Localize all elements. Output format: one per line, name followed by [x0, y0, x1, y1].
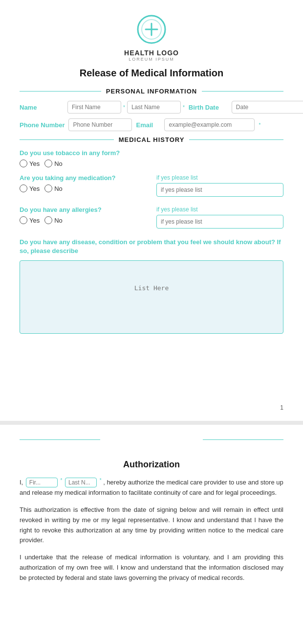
q1-no-label: No — [54, 160, 63, 167]
auth-prefix: I, — [20, 479, 25, 486]
page-1: HEALTH LOGO LOREUM IPSUM Release of Medi… — [0, 0, 303, 421]
name-label: Name — [20, 104, 64, 111]
q3-right: if yes please list — [156, 206, 283, 229]
q3-left: Do you have any allergies? Yes No — [20, 206, 147, 231]
divider-line-right — [202, 91, 283, 92]
phone-label: Phone Number — [20, 121, 65, 129]
q4-label: Do you have any disease, condition or pr… — [20, 238, 283, 255]
logo-subtext: LOREUM IPSUM — [20, 57, 283, 62]
birth-date-label: Birth Date — [189, 104, 228, 111]
q2-radio-row: Yes No — [20, 184, 147, 192]
q3-no-radio[interactable] — [44, 216, 52, 224]
medical-divider-line-right — [189, 139, 283, 140]
auth-text1-content: , hereby authorize the medical care prov… — [20, 479, 283, 496]
q4-textarea[interactable] — [20, 260, 283, 334]
q3-radio-row: Yes No — [20, 216, 147, 224]
divider-line-left — [20, 91, 101, 92]
q2-no-label: No — [54, 185, 63, 192]
logo-area: HEALTH LOGO LOREUM IPSUM — [20, 15, 283, 62]
q1-label: Do you use tobacco in any form? — [20, 149, 283, 157]
auth-last-name-input[interactable] — [65, 478, 97, 487]
q2-if-yes-label: if yes please list — [156, 174, 283, 181]
q3-yes-radio[interactable] — [20, 216, 27, 224]
medical-section-divider: MEDICAL HISTORY — [20, 136, 283, 143]
q3-no-option[interactable]: No — [44, 216, 63, 224]
medical-section-title: MEDICAL HISTORY — [119, 136, 185, 143]
q2-list-input[interactable] — [156, 183, 283, 197]
q3-no-label: No — [54, 217, 63, 224]
authorization-text2: This authorization is effective from the… — [20, 505, 283, 546]
q1-no-option[interactable]: No — [44, 160, 63, 167]
email-required: * — [259, 122, 260, 128]
q2-right: if yes please list — [156, 174, 283, 197]
q2-row: Are you taking any medication? Yes No if… — [20, 174, 283, 199]
page-2: Authorization I, * * , hereby authorize … — [0, 425, 303, 644]
q3-row: Do you have any allergies? Yes No if yes… — [20, 206, 283, 231]
q2-yes-label: Yes — [29, 185, 40, 192]
q3-yes-option[interactable]: Yes — [20, 216, 40, 224]
page-number: 1 — [280, 404, 283, 411]
q3-label: Do you have any allergies? — [20, 206, 147, 213]
last-name-required: * — [183, 105, 185, 110]
auth-first-name-input[interactable] — [26, 478, 58, 487]
first-name-required: * — [123, 105, 125, 110]
q1-yes-option[interactable]: Yes — [20, 160, 40, 167]
birth-date-input[interactable] — [232, 101, 303, 114]
page-title: Release of Medical Information — [20, 68, 283, 79]
phone-input[interactable] — [68, 118, 132, 131]
personal-info-section: PERSONAL INFORMATION Name * * Birth Date… — [20, 88, 283, 131]
q2-yes-option[interactable]: Yes — [20, 184, 40, 192]
auth-first-required: * — [60, 478, 62, 483]
q2-no-option[interactable]: No — [44, 184, 63, 192]
first-name-input[interactable] — [67, 101, 121, 114]
page2-divider-top — [20, 439, 283, 440]
q2-no-radio[interactable] — [44, 184, 52, 192]
name-birthdate-row: Name * * Birth Date * — [20, 101, 283, 114]
q2-label: Are you taking any medication? — [20, 174, 147, 182]
q2-left: Are you taking any medication? Yes No — [20, 174, 147, 199]
auth-last-required: * — [100, 478, 102, 483]
personal-section-divider: PERSONAL INFORMATION — [20, 88, 283, 95]
phone-email-row: Phone Number Email * — [20, 118, 283, 131]
logo-text: HEALTH LOGO — [20, 49, 283, 57]
name-group: * * — [67, 101, 185, 114]
q3-if-yes-label: if yes please list — [156, 206, 283, 213]
last-name-input[interactable] — [127, 101, 181, 114]
page2-line-left — [20, 439, 100, 440]
q3-yes-label: Yes — [29, 217, 40, 224]
q1-no-radio[interactable] — [44, 160, 52, 167]
medical-history-section: MEDICAL HISTORY Do you use tobacco in an… — [20, 136, 283, 336]
email-input[interactable] — [164, 118, 255, 131]
authorization-title: Authorization — [20, 460, 283, 470]
q1-radio-row: Yes No — [20, 160, 283, 167]
medical-divider-line-left — [20, 139, 114, 140]
page2-line-right — [203, 439, 283, 440]
health-logo-icon — [137, 15, 166, 44]
q3-list-input[interactable] — [156, 215, 283, 229]
q2-yes-radio[interactable] — [20, 184, 27, 192]
authorization-text3: I undertake that the release of medical … — [20, 552, 283, 583]
authorization-text1: I, * * , hereby authorize the medical ca… — [20, 477, 283, 498]
personal-section-title: PERSONAL INFORMATION — [106, 88, 197, 95]
q1-yes-label: Yes — [29, 160, 40, 167]
email-label: Email — [136, 121, 160, 129]
q1-yes-radio[interactable] — [20, 160, 27, 167]
